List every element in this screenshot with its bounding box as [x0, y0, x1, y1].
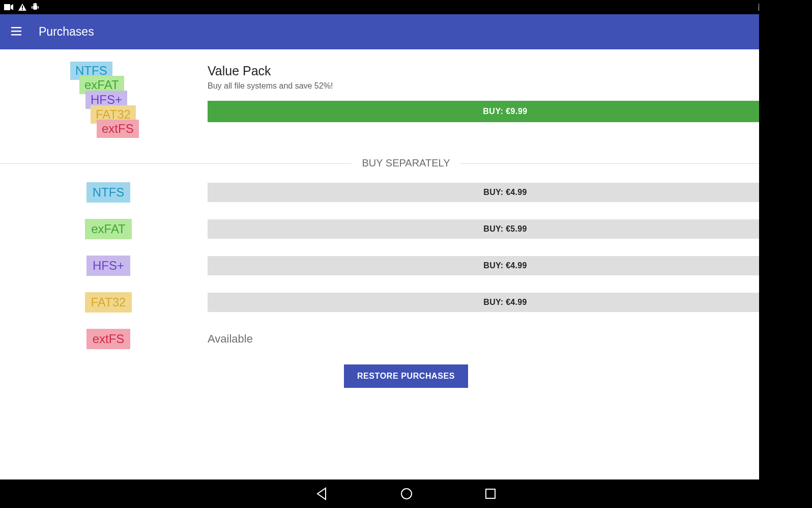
extfs-status: Available [208, 332, 803, 346]
item-row-hfs: HFS+ BUY: €4.99 [9, 256, 803, 276]
svg-point-6 [34, 4, 35, 5]
value-pack-row: NTFS exFAT HFS+ FAT32 extFS Value Pack B… [9, 64, 803, 143]
chip-fat32: FAT32 [85, 292, 132, 313]
restore-purchases-button[interactable]: RESTORE PURCHASES [344, 364, 468, 388]
warning-icon [18, 4, 26, 11]
nav-recent-icon[interactable] [484, 488, 497, 500]
buy-separately-divider: BUY SEPARATELY [9, 157, 803, 169]
item-row-exfat: exFAT BUY: €5.99 [9, 219, 803, 239]
svg-point-7 [36, 4, 37, 5]
svg-rect-8 [32, 6, 33, 9]
camcorder-icon [4, 4, 13, 10]
svg-point-19 [401, 489, 412, 499]
svg-rect-20 [486, 489, 495, 498]
svg-rect-17 [11, 34, 21, 36]
navigation-bar [0, 479, 812, 508]
chip-exfat: exFAT [85, 219, 132, 239]
svg-marker-18 [317, 488, 326, 499]
nav-home-icon[interactable] [400, 487, 413, 500]
buy-ntfs-button[interactable]: BUY: €4.99 [208, 183, 803, 202]
value-pack-subtitle: Buy all file systems and save 52%! [208, 81, 803, 91]
buy-fat32-button[interactable]: BUY: €4.99 [208, 293, 803, 312]
buy-separately-label: BUY SEPARATELY [352, 157, 460, 168]
item-row-ntfs: NTFS BUY: €4.99 [9, 182, 803, 203]
svg-marker-1 [11, 4, 13, 10]
content: NTFS exFAT HFS+ FAT32 extFS Value Pack B… [0, 49, 812, 408]
android-debug-icon [32, 3, 39, 11]
fs-chip-extfs: extFS [97, 120, 139, 138]
nav-back-icon[interactable] [315, 487, 329, 500]
chip-ntfs: NTFS [86, 182, 131, 203]
svg-rect-3 [22, 6, 23, 8]
page-title: Purchases [39, 25, 94, 39]
svg-rect-5 [33, 5, 37, 10]
chip-extfs: extFS [86, 329, 131, 349]
svg-rect-16 [11, 31, 21, 32]
status-bar: 8:31 [0, 0, 812, 14]
app-bar: Purchases [0, 14, 812, 49]
chip-hfs: HFS+ [86, 256, 130, 276]
svg-rect-4 [22, 9, 23, 10]
buy-exfat-button[interactable]: BUY: €5.99 [208, 219, 803, 239]
buy-value-pack-button[interactable]: BUY: €9.99 [208, 101, 803, 122]
svg-rect-0 [4, 4, 10, 10]
device-frame-right [759, 0, 812, 508]
value-pack-stack: NTFS exFAT HFS+ FAT32 extFS [9, 64, 208, 143]
svg-rect-15 [11, 27, 21, 29]
svg-rect-9 [38, 6, 39, 9]
item-row-fat32: FAT32 BUY: €4.99 [9, 292, 803, 313]
menu-icon[interactable] [10, 25, 24, 39]
item-row-extfs: extFS Available [9, 329, 803, 349]
value-pack-title: Value Pack [208, 64, 803, 78]
buy-hfs-button[interactable]: BUY: €4.99 [208, 256, 803, 275]
